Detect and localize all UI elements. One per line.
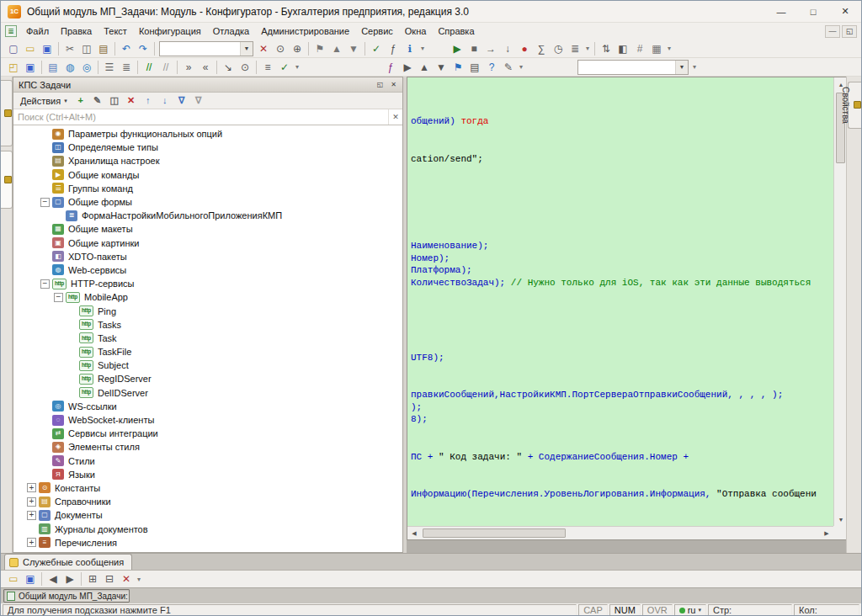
format-module-button[interactable]: ≡ (259, 60, 276, 75)
clear-find-button[interactable]: ✕ (255, 41, 272, 56)
tree-item-web-services[interactable]: ◍Web-сервисы (13, 263, 402, 277)
calendar-button[interactable]: ▦ (648, 41, 665, 56)
procedures-list-button[interactable]: ƒ (385, 41, 402, 56)
tree-item-websocket-clients[interactable]: ◌WebSocket-клиенты (13, 413, 402, 427)
all-functions-button[interactable]: ≣ (118, 60, 135, 75)
prev-procedure-button[interactable]: ▲ (416, 60, 433, 75)
toolbar-overflow-chevron[interactable]: ▾ (135, 576, 143, 583)
tree-item-catalogs[interactable]: +▤Справочники (13, 495, 402, 508)
tree-item-regidserver[interactable]: httpRegIDServer (13, 372, 402, 385)
templates-button[interactable]: ▤ (466, 60, 483, 75)
bookmark-button[interactable]: ⚑ (311, 41, 328, 56)
messages-clear-button[interactable]: ✕ (118, 571, 135, 587)
move-up-button[interactable]: ↑ (140, 93, 157, 109)
stop-debug-button[interactable]: ■ (466, 41, 482, 56)
next-procedure-button[interactable]: ▼ (433, 60, 450, 75)
tree-item-common-forms[interactable]: −▢Общие формы (13, 195, 402, 209)
calculator-button[interactable]: # (631, 41, 648, 56)
editor-horizontal-scrollbar[interactable]: ◀ ▶ (407, 526, 833, 539)
start-debug-button[interactable]: ▶ (449, 41, 466, 56)
side-tab-kps-tasks[interactable]: КПС Задачи (1, 151, 13, 209)
copy-button[interactable]: ◫ (78, 41, 95, 56)
tree-item-style-items[interactable]: ◈Элементы стиля (13, 440, 402, 454)
goto-procedure-button[interactable]: ▶ (399, 60, 416, 75)
step-over-button[interactable]: → (482, 41, 499, 56)
check-module-button[interactable]: ✓ (276, 60, 293, 75)
tree-item-languages[interactable]: ЯЯзыки (13, 468, 402, 481)
tree-toggle-plus[interactable]: + (27, 511, 36, 520)
measure-performance-button[interactable]: ◷ (550, 41, 567, 56)
messages-prev-button[interactable]: ◀ (45, 571, 61, 587)
menu-item-service[interactable]: Сервис (355, 24, 399, 39)
goto-definition-button[interactable]: ↘ (220, 60, 237, 75)
tree-item-common-commands[interactable]: ▶Общие команды (13, 168, 402, 182)
tree-item-mobileapp[interactable]: −httpMobileApp (13, 290, 402, 304)
tree-item-form-mobile-app-settings[interactable]: ≣ФормаНастройкиМобильногоПриложенияКМП (13, 209, 402, 222)
prev-bookmark-button[interactable]: ▲ (328, 41, 345, 56)
toolbar-overflow-chevron[interactable]: ▾ (665, 45, 673, 52)
tree-item-tasks[interactable]: httpTasks (13, 318, 402, 332)
mdi-restore-button[interactable]: ◱ (842, 25, 857, 38)
module-context-combobox-arrow[interactable]: ▼ (675, 61, 688, 74)
language-indicator[interactable]: ru ▾ (674, 604, 706, 616)
tree-item-documents[interactable]: +▢Документы (13, 508, 402, 522)
tree-item-http-services[interactable]: −httpHTTP-сервисы (13, 277, 402, 290)
undo-button[interactable]: ↶ (118, 41, 135, 56)
window-maximize-button[interactable]: □ (797, 1, 829, 22)
menu-item-administration[interactable]: Администрирование (255, 24, 355, 39)
tree-item-subject[interactable]: httpSubject (13, 358, 402, 372)
titlebar[interactable]: 1С Общий модуль МП_Задачи: Модуль - Конф… (1, 1, 861, 23)
messages-open-button[interactable]: ▭ (5, 571, 22, 587)
cut-button[interactable]: ✂ (61, 41, 78, 56)
syntax-help-button[interactable]: ? (483, 60, 500, 75)
tree-item-ws-references[interactable]: ◎WS-ссылки (13, 400, 402, 413)
syntax-check-button[interactable]: ✓ (368, 41, 385, 56)
toolbar-overflow-chevron[interactable]: ▾ (293, 63, 301, 71)
find-combobox[interactable]: ▼ (159, 41, 253, 56)
side-tab-properties[interactable]: Свойства (848, 82, 861, 129)
procedures-functions-button[interactable]: ƒ (382, 60, 399, 75)
menu-item-edit[interactable]: Правка (55, 24, 98, 39)
toolbar-overflow-chevron[interactable]: ▾ (583, 45, 592, 52)
open-file-button[interactable]: ▭ (22, 41, 39, 56)
breakpoint-button[interactable]: ● (516, 41, 533, 56)
tree-search-input[interactable] (13, 109, 388, 125)
service-messages-tab[interactable]: Служебные сообщения (4, 554, 132, 570)
code-area[interactable]: общений) тогдаcation/send";Наименование)… (407, 77, 833, 526)
uncomment-button[interactable]: // (157, 60, 174, 75)
outdent-button[interactable]: « (197, 60, 214, 75)
add-bookmark-button[interactable]: ⚑ (450, 60, 466, 75)
window-close-button[interactable]: ✕ (829, 1, 861, 22)
tree-item-styles[interactable]: ✎Стили (13, 454, 402, 468)
tree-toggle-minus[interactable]: − (40, 198, 50, 207)
tree-item-delidserver[interactable]: httpDelIDServer (13, 386, 402, 400)
update-db-config-button[interactable]: ⇅ (598, 41, 615, 56)
context-tip-button[interactable]: ✎ (500, 60, 517, 75)
redo-button[interactable]: ↷ (135, 41, 152, 56)
tree-item-constants[interactable]: +⊙Константы (13, 481, 402, 495)
menu-item-file[interactable]: Файл (20, 24, 55, 39)
tree-toggle-minus[interactable]: − (40, 279, 50, 289)
tree-item-taskfile[interactable]: httpTaskFile (13, 345, 402, 358)
thin-client-button[interactable]: ◎ (78, 60, 95, 75)
menu-item-help[interactable]: Справка (432, 24, 480, 39)
tree-item-integration-services[interactable]: ⇄Сервисы интеграции (13, 427, 402, 440)
menu-item-text[interactable]: Текст (98, 24, 133, 39)
tree-item-settings-storages[interactable]: ▤Хранилища настроек (13, 154, 402, 167)
tree-item-common-templates[interactable]: ▦Общие макеты (13, 222, 402, 236)
horizontal-scroll-thumb[interactable] (423, 528, 566, 538)
configuration-window-button[interactable]: ▤ (45, 60, 61, 75)
scroll-left-button[interactable]: ◀ (407, 527, 421, 540)
window-minimize-button[interactable]: — (765, 1, 797, 22)
evaluate-expression-button[interactable]: ∑ (533, 41, 550, 56)
save-button[interactable]: ▣ (39, 41, 56, 56)
info-button[interactable]: ℹ (402, 41, 418, 56)
debug-console-button[interactable]: ≣ (567, 41, 583, 56)
delete-item-button[interactable]: ✕ (123, 93, 140, 109)
save-configuration-button[interactable]: ▣ (22, 60, 39, 75)
panel-header[interactable]: КПС Задачи ◱ ✕ (13, 77, 402, 93)
tree-item-xdto-packages[interactable]: ◧XDTO-пакеты (13, 250, 402, 263)
edit-item-button[interactable]: ✎ (89, 93, 106, 109)
find-combobox-arrow[interactable]: ▼ (240, 42, 253, 56)
indent-button[interactable]: » (180, 60, 197, 75)
